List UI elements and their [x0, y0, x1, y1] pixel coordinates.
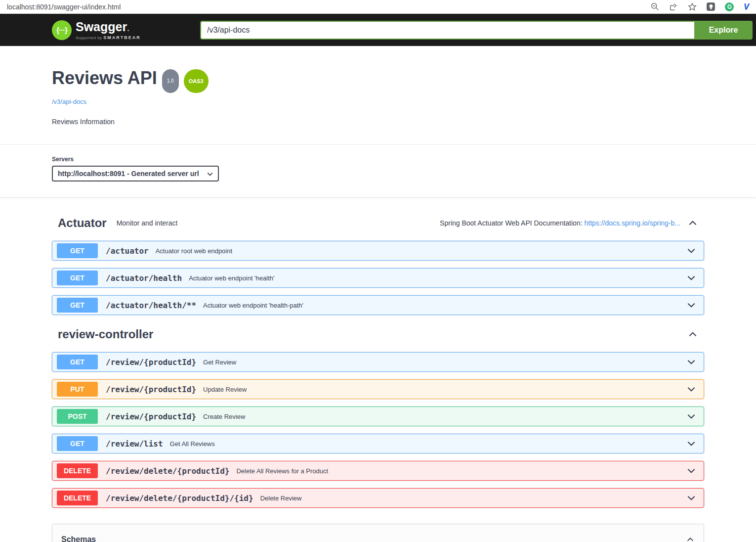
v-extension-icon[interactable]: V	[744, 2, 749, 11]
swagger-ui-main: Reviews API1.0OAS3 /v3/api-docs Reviews …	[0, 46, 756, 542]
share-icon[interactable]	[669, 2, 678, 11]
keep-extension-icon[interactable]	[707, 2, 715, 11]
method-badge: GET	[57, 243, 98, 258]
operation-row-review-controller-2[interactable]: POST /review/{productId} Create Review	[52, 406, 704, 426]
api-description: Reviews Information	[52, 118, 704, 126]
operation-row-review-controller-4[interactable]: DELETE /review/delete/{productId} Delete…	[52, 461, 704, 481]
expand-operation[interactable]	[686, 300, 697, 311]
tag-section-review-controller: review-controller GET /review/{productId…	[52, 322, 704, 508]
expand-operation[interactable]	[686, 411, 697, 422]
chevron-up-icon[interactable]	[687, 329, 698, 340]
oas3-badge: OAS3	[184, 69, 209, 93]
section-title: Actuator	[58, 216, 107, 230]
browser-address-bar: localhost:8091/swagger-ui/index.html G V	[0, 0, 756, 14]
operation-row-review-controller-1[interactable]: PUT /review/{productId} Update Review	[52, 379, 704, 399]
operation-row-review-controller-5[interactable]: DELETE /review/delete/{productId}/{id} D…	[52, 488, 704, 508]
servers-label: Servers	[52, 156, 756, 163]
bookmark-star-icon[interactable]	[688, 2, 697, 11]
operation-summary: Delete All Reviews for a Product	[236, 467, 328, 475]
operation-row-review-controller-0[interactable]: GET /review/{productId} Get Review	[52, 352, 704, 372]
servers-selected-value: http://localhost:8091 - Generated server…	[58, 170, 199, 178]
swagger-logo-subtitle: Supported by SMARTBEAR	[76, 35, 141, 40]
chevron-down-icon[interactable]	[686, 357, 697, 367]
expand-operation[interactable]	[686, 272, 697, 283]
chevron-down-icon	[206, 170, 214, 178]
schemas-title: Schemas	[61, 535, 96, 542]
chevron-up-icon[interactable]	[686, 535, 695, 542]
external-docs-link[interactable]: https://docs.spring.io/spring-b...	[584, 219, 680, 227]
spec-url-input[interactable]	[200, 21, 694, 40]
swagger-logo-title: Swagger.	[76, 20, 141, 35]
method-badge: DELETE	[57, 491, 98, 505]
method-badge: DELETE	[57, 463, 98, 478]
operation-summary: Get All Reviews	[170, 440, 215, 448]
operation-path: /review/{productId}	[106, 358, 196, 367]
method-badge: GET	[57, 436, 98, 451]
chevron-down-icon[interactable]	[686, 465, 697, 476]
servers-select[interactable]: http://localhost:8091 - Generated server…	[52, 166, 219, 181]
grammarly-extension-icon[interactable]: G	[725, 2, 734, 11]
operation-summary: Actuator root web endpoint	[156, 247, 232, 255]
version-badge: 1.0	[162, 69, 179, 93]
browser-url[interactable]: localhost:8091/swagger-ui/index.html	[7, 3, 650, 11]
operation-path: /review/delete/{productId}	[106, 466, 229, 476]
swagger-topbar: {···} Swagger. Supported by SMARTBEAR Ex…	[0, 14, 756, 46]
operation-summary: Get Review	[203, 359, 236, 366]
chevron-down-icon[interactable]	[686, 438, 697, 449]
operation-summary: Update Review	[203, 386, 247, 393]
section-subtitle: Monitor and interact	[117, 219, 178, 227]
spec-url-form: Explore	[200, 21, 753, 40]
operation-path: /review/{productId}	[106, 385, 196, 394]
zoom-out-icon[interactable]	[650, 2, 659, 11]
operation-summary: Delete Review	[260, 495, 302, 502]
operation-path: /review/delete/{productId}/{id}	[106, 494, 253, 503]
operation-row-actuator-2[interactable]: GET /actuator/health/** Actuator web end…	[52, 295, 704, 315]
chevron-up-icon[interactable]	[687, 218, 698, 228]
method-badge: GET	[57, 271, 98, 285]
explore-button[interactable]: Explore	[694, 21, 753, 40]
operation-summary: Actuator web endpoint 'health-path'	[203, 302, 303, 309]
chevron-down-icon[interactable]	[686, 245, 697, 256]
chevron-down-icon[interactable]	[686, 493, 697, 503]
operation-row-actuator-0[interactable]: GET /actuator Actuator root web endpoint	[52, 241, 704, 261]
operation-path: /actuator	[106, 246, 149, 256]
method-badge: PUT	[57, 382, 98, 397]
expand-operation[interactable]	[686, 357, 697, 367]
expand-operation[interactable]	[686, 245, 697, 256]
method-badge: POST	[57, 409, 98, 424]
operations-sections: Actuator Monitor and interact Spring Boo…	[0, 197, 756, 508]
chevron-down-icon[interactable]	[686, 384, 697, 395]
operation-row-review-controller-3[interactable]: GET /review/list Get All Reviews	[52, 434, 704, 453]
expand-operation[interactable]	[686, 438, 697, 449]
chevron-down-icon[interactable]	[686, 272, 697, 283]
chevron-down-icon[interactable]	[686, 411, 697, 422]
swagger-logo-icon: {···}	[52, 20, 72, 40]
expand-operation[interactable]	[686, 384, 697, 395]
operation-summary: Create Review	[203, 413, 245, 420]
operation-path: /review/{productId}	[106, 412, 196, 421]
operation-path: /actuator/health/**	[106, 301, 196, 310]
chevron-down-icon[interactable]	[686, 300, 697, 311]
method-badge: GET	[57, 298, 98, 313]
section-title: review-controller	[58, 327, 153, 341]
api-info-section: Reviews API1.0OAS3 /v3/api-docs Reviews …	[0, 46, 756, 144]
expand-operation[interactable]	[686, 465, 697, 476]
spec-link[interactable]: /v3/api-docs	[52, 98, 86, 105]
operation-row-actuator-1[interactable]: GET /actuator/health Actuator web endpoi…	[52, 268, 704, 288]
swagger-logo[interactable]: {···} Swagger. Supported by SMARTBEAR	[52, 20, 141, 40]
operation-path: /actuator/health	[106, 273, 182, 283]
operation-path: /review/list	[106, 439, 163, 449]
expand-operation[interactable]	[686, 493, 697, 503]
tag-section-actuator: Actuator Monitor and interact Spring Boo…	[52, 211, 704, 315]
browser-toolbar-icons: G V	[650, 2, 749, 11]
method-badge: GET	[57, 355, 98, 369]
servers-section: Servers http://localhost:8091 - Generate…	[0, 144, 756, 197]
page-title: Reviews API1.0OAS3	[52, 68, 704, 93]
schemas-section[interactable]: Schemas	[52, 524, 704, 542]
section-header-review-controller[interactable]: review-controller	[52, 322, 704, 346]
operation-summary: Actuator web endpoint 'health'	[189, 274, 274, 282]
external-docs-text: Spring Boot Actuator Web API Documentati…	[440, 219, 680, 227]
section-header-actuator[interactable]: Actuator Monitor and interact Spring Boo…	[52, 211, 704, 235]
